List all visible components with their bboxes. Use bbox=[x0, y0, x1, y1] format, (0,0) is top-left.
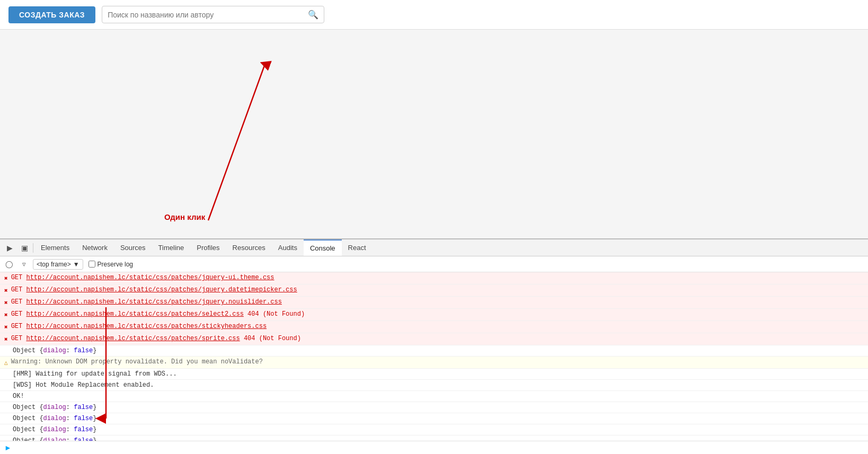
tab-elements[interactable]: Elements bbox=[34, 239, 76, 256]
tab-react[interactable]: React bbox=[342, 239, 373, 256]
warning-icon: △ bbox=[4, 358, 8, 368]
prompt-icon: ► bbox=[4, 443, 12, 452]
console-line: Object {dialog: false} bbox=[0, 413, 868, 424]
preserve-log-container: Preserve log bbox=[88, 261, 133, 268]
console-line: [HMR] Waiting for update signal from WDS… bbox=[0, 369, 868, 380]
toolbar: СОЗДАТЬ ЗАКАЗ 🔍 bbox=[0, 0, 868, 30]
search-input[interactable] bbox=[108, 11, 308, 19]
console-line: [WDS] Hot Module Replacement enabled. bbox=[0, 380, 868, 391]
error-icon: ✖ bbox=[4, 274, 8, 283]
frame-selector[interactable]: <top frame> ▼ bbox=[33, 259, 83, 270]
error-link[interactable]: http://account.napishem.lc/static/css/pa… bbox=[26, 274, 274, 281]
preserve-log-label[interactable]: Preserve log bbox=[98, 261, 133, 268]
console-line: △ Warning: Unknown DOM property novalida… bbox=[0, 357, 868, 369]
search-icon: 🔍 bbox=[308, 10, 318, 20]
error-link[interactable]: http://account.napishem.lc/static/css/pa… bbox=[26, 298, 281, 306]
annotation-arrows bbox=[0, 30, 868, 238]
error-link[interactable]: http://account.napishem.lc/static/css/pa… bbox=[26, 335, 240, 342]
console-prompt: ► bbox=[0, 441, 868, 454]
tab-audits[interactable]: Audits bbox=[272, 239, 304, 256]
annotation-label: Один клик bbox=[164, 212, 205, 221]
devtools-tabs-bar: ▶ ▣ Elements Network Sources Timeline Pr… bbox=[0, 239, 868, 256]
tab-resources[interactable]: Resources bbox=[226, 239, 272, 256]
error-icon: ✖ bbox=[4, 335, 8, 344]
tab-separator bbox=[33, 243, 33, 253]
tab-network[interactable]: Network bbox=[76, 239, 114, 256]
console-line: Object {dialog: false} bbox=[0, 402, 868, 413]
filter-icon-button[interactable]: ▿ bbox=[18, 259, 30, 270]
console-line: ✖ GET http://account.napishem.lc/static/… bbox=[0, 284, 868, 297]
annotation-area: Один клик bbox=[0, 30, 868, 238]
tab-console[interactable]: Console bbox=[304, 239, 342, 256]
tab-profiles[interactable]: Profiles bbox=[190, 239, 226, 256]
error-icon: ✖ bbox=[4, 310, 8, 320]
console-line: ✖ GET http://account.napishem.lc/static/… bbox=[0, 309, 868, 321]
tab-sources[interactable]: Sources bbox=[114, 239, 152, 256]
console-input[interactable] bbox=[15, 444, 864, 451]
error-link[interactable]: http://account.napishem.lc/static/css/pa… bbox=[26, 286, 297, 293]
preserve-log-checkbox[interactable] bbox=[88, 261, 95, 268]
error-icon: ✖ bbox=[4, 298, 8, 308]
console-line: Object {dialog: false} bbox=[0, 435, 868, 441]
console-line: ✖ GET http://account.napishem.lc/static/… bbox=[0, 321, 868, 333]
tab-timeline[interactable]: Timeline bbox=[152, 239, 191, 256]
error-icon: ✖ bbox=[4, 286, 8, 296]
inspect-icon-button[interactable]: ▶ bbox=[2, 241, 17, 255]
error-icon: ✖ bbox=[4, 323, 8, 332]
console-line: ✖ GET http://account.napishem.lc/static/… bbox=[0, 333, 868, 345]
create-order-button[interactable]: СОЗДАТЬ ЗАКАЗ bbox=[8, 6, 95, 23]
devtools-filter-bar: ◯ ▿ <top frame> ▼ Preserve log bbox=[0, 256, 868, 272]
console-line: ✖ GET http://account.napishem.lc/static/… bbox=[0, 297, 868, 309]
error-link[interactable]: http://account.napishem.lc/static/css/pa… bbox=[26, 310, 243, 318]
console-line: ✖ GET http://account.napishem.lc/static/… bbox=[0, 272, 868, 284]
svg-line-2 bbox=[208, 64, 265, 220]
frame-selector-arrow: ▼ bbox=[73, 261, 79, 268]
app-area: СОЗДАТЬ ЗАКАЗ 🔍 Один клик bbox=[0, 0, 868, 238]
console-line: Object {dialog: false} bbox=[0, 424, 868, 435]
search-box: 🔍 bbox=[102, 6, 324, 23]
error-link[interactable]: http://account.napishem.lc/static/css/pa… bbox=[26, 323, 267, 330]
clear-console-button[interactable]: ◯ bbox=[3, 259, 15, 270]
devtools-panel: ▶ ▣ Elements Network Sources Timeline Pr… bbox=[0, 238, 868, 454]
frame-selector-label: <top frame> bbox=[37, 261, 71, 268]
mobile-icon-button[interactable]: ▣ bbox=[17, 241, 32, 255]
console-line: OK! bbox=[0, 391, 868, 402]
console-output: ✖ GET http://account.napishem.lc/static/… bbox=[0, 272, 868, 441]
console-line: Object {dialog: false} bbox=[0, 345, 868, 357]
